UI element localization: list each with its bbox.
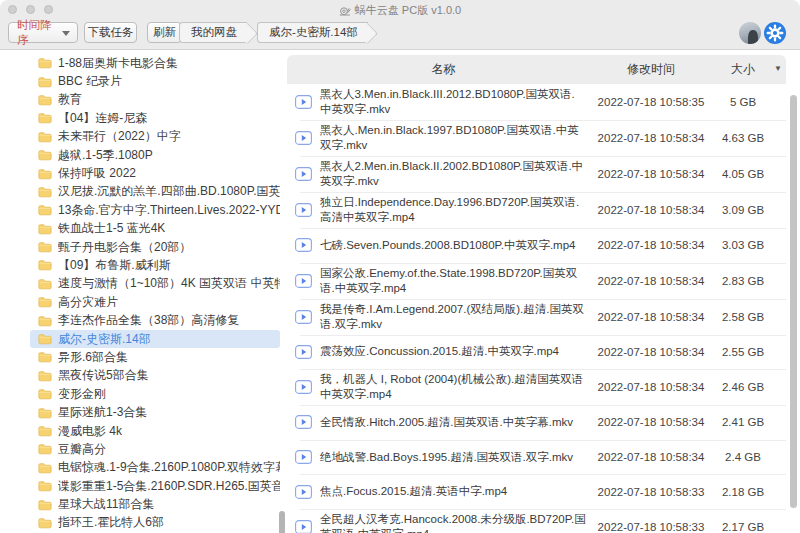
file-size: 2.41 GB [710,416,776,428]
folder-icon [38,241,52,253]
folder-icon [38,259,52,271]
folder-icon [38,204,52,216]
folder-tree-item[interactable]: 变形金刚 [30,385,280,403]
file-name: 黑衣人3.Men.in.Black.III.2012.BD1080P.国英双语.… [320,87,592,117]
file-name: 黑衣人2.Men.in.Black.II.2002.BD1080P.国英双语.中… [320,159,592,189]
folder-tree-item[interactable]: 【09】布鲁斯.威利斯 [30,256,280,274]
folder-tree-item[interactable]: 速度与激情（1~10部）4K 国英双语 中英特效字 [30,275,280,293]
folder-name: 汉尼拔.沉默的羔羊.四部曲.BD.1080P.国英双语.中 [58,183,280,200]
file-row[interactable]: 黑衣人3.Men.in.Black.III.2012.BD1080P.国英双语.… [287,84,786,120]
video-play-icon [295,310,312,324]
folder-icon [38,94,52,106]
folder-name: 越狱.1-5季.1080P [58,147,153,164]
file-list-panel: 名称 修改时间 大小 ▼ 黑衣人3.Men.in.Black.III.2012.… [287,51,786,533]
folder-tree-item[interactable]: 李连杰作品全集（38部）高清修复 [30,311,280,329]
folder-tree-item[interactable]: 豆瓣高分 [30,440,280,458]
sidebar-vertical-scrollbar[interactable] [279,511,285,533]
file-row[interactable]: 黑衣人.Men.in.Black.1997.BD1080P.国英双语.中英双字.… [287,120,786,156]
file-name: 全民超人汉考克.Hancock.2008.未分级版.BD720P.国英双语.中英… [320,512,592,533]
folder-tree-item[interactable]: 13条命.官方中字.Thirteen.Lives.2022-YYDS-202 [30,201,280,219]
user-avatar[interactable] [739,22,761,44]
column-header-name[interactable]: 名称 [295,61,592,78]
file-size: 2.55 GB [710,346,776,358]
file-row[interactable]: 焦点.Focus.2015.超清.英语中字.mp4 2022-07-18 10:… [287,474,786,509]
folder-name: 【04】连姆-尼森 [58,110,147,127]
folder-name: 星球大战11部合集 [58,496,154,513]
file-row[interactable]: 我，机器人 I, Robot (2004)(机械公敌).超清国英双语中英双字.m… [287,369,786,405]
chevron-down-icon [62,31,70,36]
file-row[interactable]: 全民情敌.Hitch.2005.超清.国英双语.中英字幕.mkv 2022-07… [287,405,786,440]
file-list-vertical-scrollbar[interactable] [790,95,797,508]
file-row[interactable]: 绝地战警.Bad.Boys.1995.超清.国英双语.双字.mkv 2022-0… [287,440,786,475]
file-modified-time: 2022-07-18 10:58:34 [592,239,710,251]
breadcrumb-item[interactable]: 我的网盘 [179,22,247,43]
folder-icon [38,186,52,198]
folder-name: BBC 纪录片 [58,73,122,90]
snail-icon [339,5,351,17]
folder-tree-item[interactable]: 汉尼拔.沉默的羔羊.四部曲.BD.1080P.国英双语.中 [30,183,280,201]
video-play-icon [295,238,312,252]
folder-tree-item[interactable]: 漫威电影 4k [30,422,280,440]
folder-icon [38,112,52,124]
folder-tree-item[interactable]: BBC 纪录片 [30,72,280,90]
video-play-icon [295,203,312,217]
file-modified-time: 2022-07-18 10:58:34 [592,132,710,144]
sort-order-dropdown[interactable]: 时间降序 [8,22,78,43]
folder-tree-item[interactable]: 星球大战11部合集 [30,495,280,513]
folder-tree-item[interactable]: 指环王.霍比特人6部 [30,514,280,532]
folder-icon [38,76,52,88]
folder-tree-item[interactable]: 电锯惊魂.1-9合集.2160P.1080P.双特效字幕.BOB [30,459,280,477]
folder-tree-item[interactable]: 高分灾难片 [30,293,280,311]
sort-descending-icon[interactable]: ▼ [774,64,782,73]
folder-tree-item[interactable]: 未来罪行（2022）中字 [30,128,280,146]
folder-tree-item[interactable]: 铁血战士1-5 蓝光4K [30,220,280,238]
folder-tree-item[interactable]: 异形.6部合集 [30,348,280,366]
folder-tree-item[interactable]: 教育 [30,91,280,109]
file-row[interactable]: 黑衣人2.Men.in.Black.II.2002.BD1080P.国英双语.中… [287,156,786,192]
folder-tree-item[interactable]: 【04】连姆-尼森 [30,109,280,127]
file-row[interactable]: 我是传奇.I.Am.Legend.2007.(双结局版).超清.国英双语.双字.… [287,299,786,335]
folder-tree-item[interactable]: 星际迷航1-3合集 [30,403,280,421]
titlebar[interactable]: 蜗牛云盘 PC版 v1.0.0 [0,0,800,18]
folder-tree-item[interactable]: 保持呼吸 2022 [30,164,280,182]
file-name: 国家公敌.Enemy.of.the.State.1998.BD720P.国英双语… [320,266,592,296]
folder-tree-item[interactable]: 威尔-史密斯.14部 [30,330,280,348]
file-size: 2.18 GB [710,486,776,498]
folder-tree-item[interactable]: 谍影重重1-5合集.2160P.SDR.H265.国英音轨.中英 [30,477,280,495]
breadcrumb-item[interactable]: 威尔-史密斯.14部 [257,22,368,43]
folder-name: 豆瓣高分 [58,441,106,458]
video-play-icon [295,167,312,181]
folder-name: 黑夜传说5部合集 [58,367,149,384]
folder-icon [38,517,52,529]
file-row[interactable]: 七磅.Seven.Pounds.2008.BD1080P.中英双字.mp4 20… [287,228,786,263]
folder-name: 异形.6部合集 [58,349,128,366]
file-name: 我是传奇.I.Am.Legend.2007.(双结局版).超清.国英双语.双字.… [320,302,592,332]
file-row[interactable]: 全民超人汉考克.Hancock.2008.未分级版.BD720P.国英双语.中英… [287,509,786,533]
folder-tree-item[interactable]: 黑夜传说5部合集 [30,367,280,385]
window-title: 蜗牛云盘 PC版 v1.0.0 [0,3,800,18]
file-row[interactable]: 独立日.Independence.Day.1996.BD720P.国英双语.高清… [287,192,786,228]
file-modified-time: 2022-07-18 10:58:34 [592,204,710,216]
file-name: 独立日.Independence.Day.1996.BD720P.国英双语.高清… [320,195,592,225]
folder-name: 速度与激情（1~10部）4K 国英双语 中英特效字 [58,275,280,292]
file-size: 4.63 GB [710,132,776,144]
folder-icon [38,499,52,511]
folder-tree-item[interactable]: 甄子丹电影合集（20部） [30,238,280,256]
folder-name: 李连杰作品全集（38部）高清修复 [58,312,239,329]
folder-icon [38,278,52,290]
folder-tree-item[interactable]: 越狱.1-5季.1080P [30,146,280,164]
file-size: 2.17 GB [710,521,776,533]
column-header-time[interactable]: 修改时间 [592,61,710,78]
folder-tree-item[interactable]: 1-88届奥斯卡电影合集 [30,54,280,72]
file-row[interactable]: 震荡效应.Concussion.2015.超清.中英双字.mp4 2022-07… [287,335,786,370]
folder-name: 铁血战士1-5 蓝光4K [58,220,165,237]
settings-gear-icon[interactable] [764,22,786,44]
download-tasks-button[interactable]: 下载任务 [84,22,137,43]
video-play-icon [295,131,312,145]
folder-icon [38,462,52,474]
file-row[interactable]: 国家公敌.Enemy.of.the.State.1998.BD720P.国英双语… [287,263,786,299]
sort-order-label: 时间降序 [17,18,61,48]
column-header-size[interactable]: 大小 ▼ [710,61,776,78]
folder-icon [38,480,52,492]
refresh-button[interactable]: 刷新 [147,22,182,43]
